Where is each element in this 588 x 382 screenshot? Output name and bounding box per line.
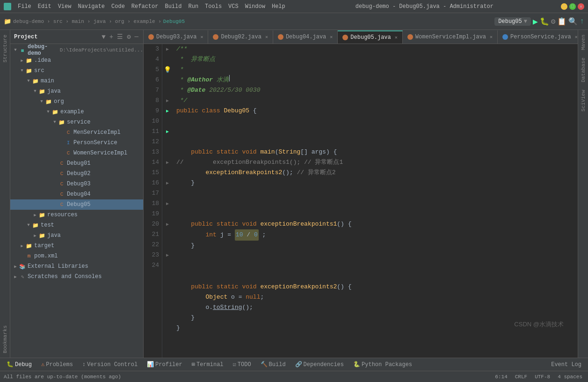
- tree-label: MenServiceImpl: [73, 129, 121, 136]
- tab-icon: [342, 35, 348, 40]
- structure-tab[interactable]: Structure: [1, 32, 9, 65]
- code-line-5: *: [176, 65, 574, 75]
- profiler-tool[interactable]: 📊 Profiler: [144, 360, 185, 369]
- menu-view[interactable]: View: [55, 2, 74, 11]
- terminal-tool[interactable]: ⊞ Terminal: [189, 360, 226, 369]
- toolbar-btn-3[interactable]: ⚙: [551, 17, 556, 26]
- tab-close-icon[interactable]: ✕: [265, 34, 268, 40]
- tab-debug05[interactable]: Debug05.java ✕: [338, 30, 402, 44]
- tree-item-debug01[interactable]: ▶ C Debug01: [10, 158, 143, 169]
- bookmarks-tab[interactable]: Bookmarks: [1, 323, 9, 356]
- sidebar-dropdown-icon[interactable]: ▼: [101, 32, 106, 42]
- python-packages-tool[interactable]: 🐍 Python Packages: [350, 360, 415, 369]
- gutter-line-11[interactable]: ▶: [162, 126, 173, 137]
- window-close[interactable]: ✕: [578, 3, 584, 10]
- tree-item-debug02[interactable]: ▶ C Debug02: [10, 169, 143, 179]
- tree-item-target[interactable]: ▶ 📁 target: [10, 241, 143, 251]
- tree-item-debug-demo[interactable]: ▼ ◼ debug-demo D:\IdeaProjects\untitled.…: [10, 45, 143, 55]
- tree-item-personservice[interactable]: ▶ I PersonService: [10, 138, 143, 148]
- tree-item-menserviceimpl[interactable]: ▶ C MenServiceImpl: [10, 127, 143, 138]
- tab-debug03[interactable]: Debug03.java ✕: [144, 30, 208, 44]
- tree-item-test-java[interactable]: ▶ 📁 java: [10, 230, 143, 241]
- code-line-21: Object o = null;: [176, 292, 574, 302]
- problems-tool[interactable]: ⚠ Problems: [38, 360, 76, 369]
- search-btn[interactable]: 🔍: [568, 17, 578, 26]
- tree-item-debug05[interactable]: ▶ C Debug05: [10, 199, 143, 210]
- tab-womenserviceimpl[interactable]: WomenServiceImpl.java ✕: [403, 30, 498, 44]
- sidebar-minimize-icon[interactable]: ─: [134, 32, 139, 42]
- gutter-line-8: ▶: [162, 96, 173, 106]
- update-btn[interactable]: ↑: [580, 17, 584, 26]
- line-separator[interactable]: CRLF: [513, 374, 529, 380]
- gutter-line-10: [162, 116, 173, 126]
- database-tab[interactable]: Database: [580, 55, 587, 85]
- tab-close-icon[interactable]: ✕: [395, 35, 398, 40]
- todo-tool[interactable]: ☑ TODO: [230, 360, 254, 369]
- sidebar-gear-icon[interactable]: ⚙: [126, 32, 131, 42]
- gutter-line-5[interactable]: 💡: [162, 65, 173, 75]
- tree-item-debug04[interactable]: ▶ C Debug04: [10, 189, 143, 199]
- tab-close-icon[interactable]: ✕: [490, 34, 493, 40]
- tab-close-icon[interactable]: ✕: [575, 34, 578, 40]
- window-maximize[interactable]: □: [569, 3, 576, 10]
- event-log-tool[interactable]: Event Log: [548, 360, 584, 369]
- code-content[interactable]: /** * 异常断点 * * @Author 水滴 * @Date 2022/5…: [173, 44, 578, 358]
- code-line-19: [176, 251, 574, 282]
- debug-button[interactable]: 🐛: [540, 17, 549, 26]
- build-label: Build: [269, 361, 286, 368]
- breadcrumb-active: Debug05: [163, 19, 185, 24]
- debug-tool[interactable]: 🐛 Debug: [4, 360, 35, 369]
- tree-item-pomxml[interactable]: ▶ m pom.xml: [10, 251, 143, 261]
- tab-personservice[interactable]: PersonService.java ✕: [498, 30, 578, 44]
- sciview-tab[interactable]: SciView: [580, 87, 587, 114]
- tree-item-external-libraries[interactable]: ▶ 📚 External Libraries: [10, 261, 143, 272]
- encoding[interactable]: UTF-8: [533, 374, 552, 380]
- gutter-line-9[interactable]: ▶: [162, 106, 173, 116]
- gutter-line-20: ▶: [162, 219, 173, 229]
- tree-item-debug03[interactable]: ▶ C Debug03: [10, 179, 143, 189]
- tree-item-example[interactable]: ▼ 📁 example: [10, 107, 143, 117]
- tree-label: debug-demo: [28, 44, 58, 57]
- code-line-12: // exceptionBreakpoints1(); // 异常断点1: [176, 157, 574, 168]
- problems-icon: ⚠: [41, 361, 44, 368]
- menu-help[interactable]: Help: [269, 2, 288, 11]
- tree-item-test[interactable]: ▼ 📁 test: [10, 220, 143, 230]
- tree-item-org[interactable]: ▼ 📁 org: [10, 96, 143, 107]
- run-config-selector[interactable]: Debug05 ▼: [494, 17, 531, 26]
- toolbar-btn-4[interactable]: 📋: [557, 17, 566, 26]
- version-control-tool[interactable]: ↕ Version Control: [80, 360, 140, 369]
- tab-debug02[interactable]: Debug02.java ✕: [208, 30, 273, 44]
- menu-run[interactable]: Run: [185, 2, 201, 11]
- tree-item-resources[interactable]: ▶ 📁 resources: [10, 210, 143, 220]
- tab-close-icon[interactable]: ✕: [330, 34, 333, 40]
- menu-refactor[interactable]: Refactor: [129, 2, 161, 11]
- tab-close-icon[interactable]: ✕: [200, 34, 203, 40]
- menu-edit[interactable]: Edit: [35, 2, 54, 11]
- tab-debug04[interactable]: Debug04.java ✕: [273, 30, 338, 44]
- menu-window[interactable]: Window: [242, 2, 268, 11]
- window-minimize[interactable]: ─: [561, 3, 567, 10]
- run-button[interactable]: ▶: [533, 16, 538, 27]
- tree-item-scratches[interactable]: ▶ ✎ Scratches and Consoles: [10, 272, 143, 282]
- sidebar-add-icon[interactable]: +: [109, 32, 114, 42]
- cursor-position[interactable]: 6:14: [493, 374, 509, 380]
- menu-tools[interactable]: Tools: [202, 2, 225, 11]
- menu-file[interactable]: File: [15, 2, 34, 11]
- tree-item-main[interactable]: ▼ 📁 main: [10, 76, 143, 86]
- dependencies-tool[interactable]: 🔗 Dependencies: [292, 360, 347, 369]
- tree-item-womenserviceimpl[interactable]: ▶ C WomenServiceImpl: [10, 148, 143, 158]
- maven-tab[interactable]: Maven: [580, 32, 587, 53]
- tree-item-java[interactable]: ▼ 📁 java: [10, 86, 143, 96]
- build-tool[interactable]: 🔨 Build: [258, 360, 289, 369]
- tree-item-service[interactable]: ▼ 📁 service: [10, 117, 143, 127]
- tree-item-idea[interactable]: ▶ 📁 .idea: [10, 55, 143, 66]
- gutter-line-4: [162, 54, 173, 65]
- sidebar-scroll-icon[interactable]: ☰: [116, 32, 124, 42]
- indent-setting[interactable]: 4 spaces: [556, 374, 584, 380]
- menu-navigate[interactable]: Navigate: [75, 2, 108, 11]
- menu-build[interactable]: Build: [162, 2, 184, 11]
- menu-vcs[interactable]: VCS: [225, 2, 241, 11]
- tree-item-src[interactable]: ▼ 📁 src: [10, 66, 143, 76]
- menu-code[interactable]: Code: [109, 2, 128, 11]
- python-icon: 🐍: [353, 361, 360, 368]
